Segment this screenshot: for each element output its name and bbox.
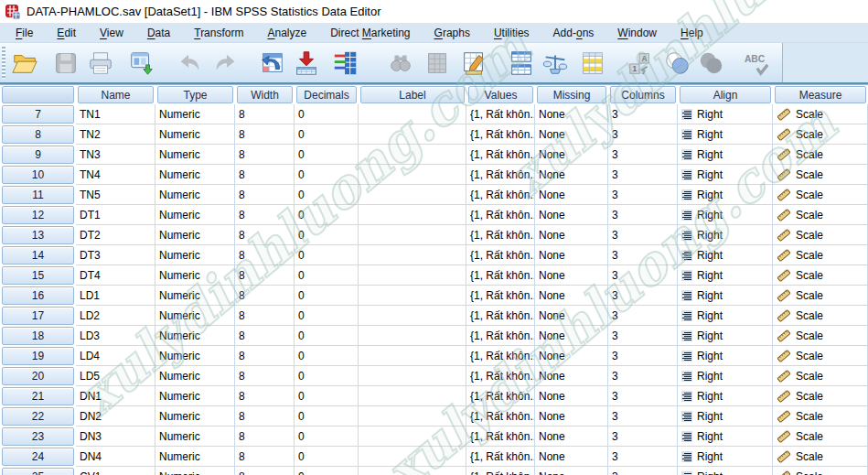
align-cell[interactable]: Right bbox=[678, 205, 773, 225]
label-cell[interactable] bbox=[359, 265, 466, 286]
column-header-measure[interactable]: Measure bbox=[773, 85, 868, 104]
spell-check-button[interactable]: ABC bbox=[741, 49, 772, 80]
width-cell[interactable]: 8 bbox=[235, 306, 295, 326]
width-cell[interactable]: 8 bbox=[235, 366, 295, 386]
columns-cell[interactable]: 3 bbox=[608, 386, 678, 406]
menu-data[interactable]: Data bbox=[135, 25, 182, 41]
missing-cell[interactable]: None bbox=[535, 467, 608, 475]
type-cell[interactable]: Numeric bbox=[155, 426, 235, 447]
row-number-cell[interactable]: 9 bbox=[0, 145, 76, 165]
label-cell[interactable] bbox=[359, 104, 466, 124]
values-cell[interactable]: {1, Rất khôn... bbox=[466, 245, 535, 265]
decimals-cell[interactable]: 0 bbox=[295, 124, 359, 145]
decimals-cell[interactable]: 0 bbox=[295, 265, 359, 286]
width-cell[interactable]: 8 bbox=[235, 286, 295, 306]
measure-cell[interactable]: Scale bbox=[773, 265, 868, 286]
name-cell[interactable]: LD5 bbox=[76, 366, 155, 386]
type-cell[interactable]: Numeric bbox=[155, 286, 235, 306]
measure-cell[interactable]: Scale bbox=[773, 406, 868, 426]
width-cell[interactable]: 8 bbox=[235, 346, 295, 366]
values-cell[interactable]: {1, Rất khôn... bbox=[466, 326, 535, 346]
label-cell[interactable] bbox=[359, 205, 466, 225]
print-button[interactable] bbox=[85, 49, 116, 80]
row-number-cell[interactable]: 8 bbox=[0, 124, 76, 145]
measure-cell[interactable]: Scale bbox=[773, 104, 868, 124]
measure-cell[interactable]: Scale bbox=[773, 286, 868, 306]
measure-cell[interactable]: Scale bbox=[773, 124, 868, 145]
missing-cell[interactable]: None bbox=[535, 165, 608, 185]
menu-add-ons[interactable]: Add-ons bbox=[541, 25, 606, 41]
values-cell[interactable]: {1, Rất khôn... bbox=[466, 386, 535, 406]
label-cell[interactable] bbox=[359, 386, 466, 406]
columns-cell[interactable]: 3 bbox=[608, 245, 678, 265]
column-header-columns[interactable]: Columns bbox=[608, 85, 678, 104]
align-cell[interactable]: Right bbox=[678, 286, 773, 306]
row-number-cell[interactable]: 16 bbox=[0, 286, 76, 306]
redo-button[interactable] bbox=[210, 49, 241, 80]
missing-cell[interactable]: None bbox=[535, 447, 608, 467]
columns-cell[interactable]: 3 bbox=[608, 346, 678, 366]
row-number-cell[interactable]: 20 bbox=[0, 366, 76, 386]
values-cell[interactable]: {1, Rất khôn... bbox=[466, 406, 535, 426]
columns-cell[interactable]: 3 bbox=[608, 366, 678, 386]
label-cell[interactable] bbox=[359, 467, 466, 475]
values-cell[interactable]: {1, Rất khôn... bbox=[466, 306, 535, 326]
menu-edit[interactable]: Edit bbox=[45, 25, 88, 41]
measure-cell[interactable]: Scale bbox=[773, 165, 868, 185]
width-cell[interactable]: 8 bbox=[235, 326, 295, 346]
width-cell[interactable]: 8 bbox=[235, 467, 295, 475]
columns-cell[interactable]: 3 bbox=[608, 426, 678, 447]
row-number-cell[interactable]: 11 bbox=[0, 185, 76, 205]
decimals-cell[interactable]: 0 bbox=[295, 467, 359, 475]
show-all-variables-button[interactable] bbox=[695, 49, 726, 80]
values-cell[interactable]: {1, Rất khôn... bbox=[466, 185, 535, 205]
values-cell[interactable]: {1, Rất khôn... bbox=[466, 346, 535, 366]
width-cell[interactable]: 8 bbox=[235, 145, 295, 165]
missing-cell[interactable]: None bbox=[535, 265, 608, 286]
use-variable-sets-button[interactable] bbox=[661, 49, 692, 80]
align-cell[interactable]: Right bbox=[678, 346, 773, 366]
decimals-cell[interactable]: 0 bbox=[295, 286, 359, 306]
align-cell[interactable]: Right bbox=[678, 366, 773, 386]
width-cell[interactable]: 8 bbox=[235, 406, 295, 426]
label-cell[interactable] bbox=[359, 426, 466, 447]
name-cell[interactable]: TN4 bbox=[76, 165, 155, 185]
name-cell[interactable]: LD4 bbox=[76, 346, 155, 366]
width-cell[interactable]: 8 bbox=[235, 225, 295, 245]
values-cell[interactable]: {1, Rất khôn... bbox=[466, 366, 535, 386]
values-cell[interactable]: {1, Rất khôn... bbox=[466, 225, 535, 245]
type-cell[interactable]: Numeric bbox=[155, 104, 235, 124]
width-cell[interactable]: 8 bbox=[235, 245, 295, 265]
align-cell[interactable]: Right bbox=[678, 447, 773, 467]
type-cell[interactable]: Numeric bbox=[155, 346, 235, 366]
column-header-type[interactable]: Type bbox=[155, 85, 235, 104]
decimals-cell[interactable]: 0 bbox=[295, 165, 359, 185]
row-number-cell[interactable]: 14 bbox=[0, 245, 76, 265]
width-cell[interactable]: 8 bbox=[235, 185, 295, 205]
align-cell[interactable]: Right bbox=[678, 467, 773, 475]
type-cell[interactable]: Numeric bbox=[155, 145, 235, 165]
name-cell[interactable]: LD1 bbox=[76, 286, 155, 306]
label-cell[interactable] bbox=[359, 286, 466, 306]
decimals-cell[interactable]: 0 bbox=[295, 104, 359, 124]
measure-cell[interactable]: Scale bbox=[773, 366, 868, 386]
measure-cell[interactable]: Scale bbox=[773, 447, 868, 467]
column-header-width[interactable]: Width bbox=[235, 85, 295, 104]
values-cell[interactable]: {1, Rất khôn... bbox=[466, 426, 535, 447]
row-number-cell[interactable]: 19 bbox=[0, 346, 76, 366]
label-cell[interactable] bbox=[359, 124, 466, 145]
menu-transform[interactable]: Transform bbox=[182, 25, 255, 41]
missing-cell[interactable]: None bbox=[535, 346, 608, 366]
label-cell[interactable] bbox=[359, 225, 466, 245]
type-cell[interactable]: Numeric bbox=[155, 185, 235, 205]
label-cell[interactable] bbox=[359, 406, 466, 426]
name-cell[interactable]: TN2 bbox=[76, 124, 155, 145]
label-cell[interactable] bbox=[359, 165, 466, 185]
columns-cell[interactable]: 3 bbox=[608, 306, 678, 326]
columns-cell[interactable]: 3 bbox=[608, 205, 678, 225]
decimals-cell[interactable]: 0 bbox=[295, 346, 359, 366]
type-cell[interactable]: Numeric bbox=[155, 205, 235, 225]
name-cell[interactable]: DN2 bbox=[76, 406, 155, 426]
menu-analyze[interactable]: Analyze bbox=[255, 25, 318, 41]
columns-cell[interactable]: 3 bbox=[608, 286, 678, 306]
